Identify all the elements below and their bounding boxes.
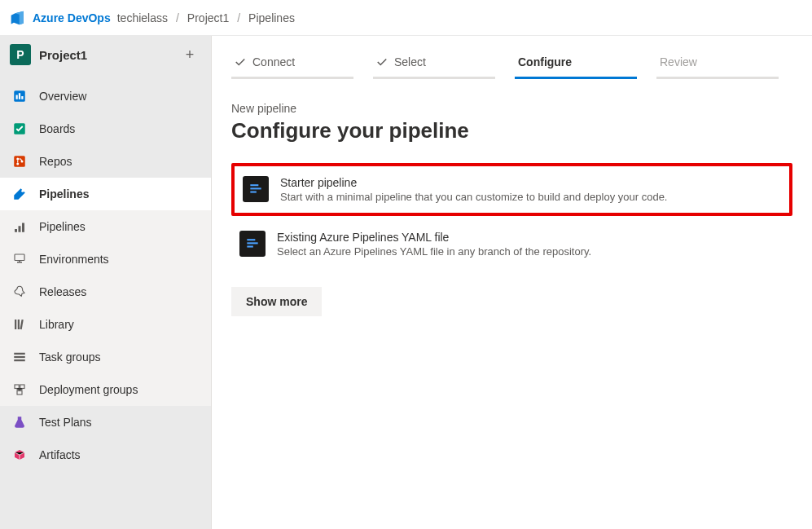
- check-icon: [376, 56, 388, 68]
- sidebar-subitem-taskgroups[interactable]: Task groups: [0, 341, 211, 373]
- svg-rect-1: [16, 95, 18, 99]
- svg-rect-29: [247, 242, 257, 244]
- svg-rect-23: [20, 385, 24, 389]
- pipelines-icon: [11, 186, 28, 202]
- sidebar-item-testplans[interactable]: Test Plans: [0, 406, 211, 439]
- pipeline-template-icon: [243, 176, 269, 202]
- sidebar-item-label: Environments: [39, 253, 109, 266]
- svg-rect-12: [22, 223, 24, 232]
- page-subhead: New pipeline: [231, 102, 792, 115]
- breadcrumb-org[interactable]: techielass: [117, 11, 168, 24]
- sidebar-item-label: Task groups: [39, 350, 100, 364]
- pipelines-sub-icon: [11, 218, 28, 235]
- wizard-step-label: Connect: [252, 55, 295, 68]
- sidebar-subitem-releases[interactable]: Releases: [0, 276, 211, 308]
- sidebar-item-label: Test Plans: [39, 416, 92, 429]
- breadcrumb-separator: /: [235, 11, 242, 24]
- breadcrumb-separator: /: [174, 11, 181, 24]
- wizard-step-label: Configure: [518, 55, 572, 68]
- sidebar-item-label: Pipelines: [39, 220, 86, 233]
- sidebar-item-label: Boards: [39, 122, 75, 135]
- wizard-step-label: Review: [660, 55, 697, 68]
- overview-icon: [11, 88, 28, 104]
- svg-rect-15: [19, 261, 20, 262]
- sidebar: P Project1 + Overview Boards: [0, 36, 212, 529]
- sidebar-item-label: Library: [39, 318, 74, 331]
- wizard-step-connect[interactable]: Connect: [231, 51, 353, 79]
- boards-icon: [11, 121, 28, 137]
- wizard-step-select[interactable]: Select: [373, 51, 495, 79]
- testplans-icon: [11, 414, 28, 430]
- svg-rect-28: [247, 239, 255, 240]
- artifacts-icon: [11, 447, 28, 463]
- svg-rect-27: [250, 192, 257, 193]
- sidebar-item-label: Artifacts: [39, 448, 81, 461]
- project-header[interactable]: P Project1 +: [0, 36, 211, 73]
- deploymentgroups-icon: [11, 381, 28, 398]
- sidebar-subitem-library[interactable]: Library: [0, 308, 211, 341]
- svg-rect-3: [21, 96, 23, 99]
- pipeline-template-icon: [239, 231, 266, 257]
- svg-rect-16: [15, 320, 16, 329]
- project-name: Project1: [39, 48, 172, 62]
- sidebar-subitem-deploymentgroups[interactable]: Deployment groups: [0, 373, 211, 406]
- svg-point-9: [21, 190, 24, 192]
- sidebar-item-artifacts[interactable]: Artifacts: [0, 439, 211, 471]
- add-button[interactable]: +: [180, 45, 200, 64]
- sidebar-subitem-environments[interactable]: Environments: [0, 243, 211, 276]
- svg-rect-2: [19, 93, 20, 99]
- option-existing-yaml[interactable]: Existing Azure Pipelines YAML file Selec…: [231, 221, 792, 267]
- option-title: Starter pipeline: [280, 176, 667, 189]
- svg-point-6: [16, 158, 19, 161]
- check-icon: [235, 56, 246, 68]
- wizard-step-review[interactable]: Review: [656, 51, 779, 79]
- sidebar-item-pipelines[interactable]: Pipelines: [0, 178, 211, 210]
- svg-rect-11: [19, 226, 21, 232]
- repos-icon: [11, 153, 28, 170]
- brand-link[interactable]: Azure DevOps: [33, 11, 111, 24]
- svg-rect-26: [250, 187, 261, 189]
- svg-rect-25: [250, 184, 258, 186]
- environments-icon: [11, 251, 28, 267]
- wizard-steps: Connect Select Configure Review: [231, 51, 792, 79]
- sidebar-item-label: Pipelines: [39, 187, 89, 201]
- option-title: Existing Azure Pipelines YAML file: [277, 231, 591, 244]
- wizard-step-configure[interactable]: Configure: [515, 51, 637, 79]
- taskgroups-icon: [11, 349, 28, 365]
- svg-rect-20: [14, 356, 25, 358]
- project-badge: P: [10, 44, 31, 65]
- svg-rect-21: [14, 359, 25, 361]
- svg-rect-22: [15, 385, 19, 389]
- sidebar-item-boards[interactable]: Boards: [0, 112, 211, 145]
- svg-point-7: [16, 163, 19, 165]
- azure-devops-logo-icon: [10, 10, 26, 26]
- svg-rect-19: [14, 353, 25, 355]
- sidebar-item-overview[interactable]: Overview: [0, 80, 211, 112]
- svg-rect-24: [17, 391, 22, 395]
- show-more-button[interactable]: Show more: [231, 287, 322, 316]
- sidebar-item-label: Deployment groups: [39, 383, 138, 396]
- sidebar-item-label: Releases: [39, 285, 86, 298]
- sidebar-item-label: Overview: [39, 90, 86, 103]
- library-icon: [11, 316, 28, 333]
- page-title: Configure your pipeline: [231, 118, 792, 143]
- sidebar-item-label: Repos: [39, 155, 72, 168]
- sidebar-subitem-pipelines[interactable]: Pipelines: [0, 210, 211, 243]
- breadcrumb-project[interactable]: Project1: [187, 11, 229, 24]
- svg-rect-13: [15, 254, 24, 261]
- svg-rect-18: [20, 320, 23, 329]
- plus-icon: +: [186, 46, 195, 64]
- svg-rect-5: [14, 156, 25, 167]
- svg-rect-30: [247, 246, 253, 248]
- svg-rect-10: [15, 229, 17, 232]
- breadcrumb-section[interactable]: Pipelines: [248, 11, 295, 24]
- option-description: Start with a minimal pipeline that you c…: [280, 191, 667, 203]
- svg-rect-17: [18, 320, 20, 329]
- sidebar-item-repos[interactable]: Repos: [0, 145, 211, 178]
- option-description: Select an Azure Pipelines YAML file in a…: [277, 245, 591, 258]
- releases-icon: [11, 284, 28, 300]
- main-content: Connect Select Configure Review New pipe…: [212, 36, 812, 529]
- option-starter-pipeline[interactable]: Starter pipeline Start with a minimal pi…: [231, 163, 792, 216]
- top-breadcrumb-bar: Azure DevOps techielass / Project1 / Pip…: [0, 0, 812, 36]
- wizard-step-label: Select: [394, 55, 426, 68]
